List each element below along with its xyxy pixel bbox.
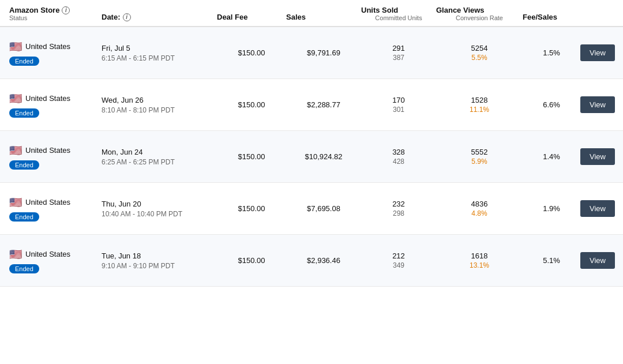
store-cell: 🇺🇸 United States Ended [9,196,102,222]
units-sold-value: 170 [361,96,436,104]
glance-views-value: 4836 [436,200,523,208]
store-info-icon[interactable]: i [62,6,70,14]
store-cell: 🇺🇸 United States Ended [9,248,102,273]
dealfee-cell: $150.00 [217,100,286,109]
table-row: 🇺🇸 United States Ended Wed, Jun 26 8:10 … [0,79,623,131]
fee-sales-value: 5.1% [523,256,580,265]
units-header-label: Units Sold [361,6,436,14]
date-sub: 6:25 AM - 6:25 PM PDT [102,158,217,166]
store-name-row: 🇺🇸 United States [9,196,102,209]
date-label: Date: [102,13,121,21]
status-badge: Ended [9,212,39,222]
country-flag: 🇺🇸 [9,196,22,209]
sales-value: $2,936.46 [286,256,361,265]
sales-value: $9,791.69 [286,48,361,57]
table-body: 🇺🇸 United States Ended Fri, Jul 5 6:15 A… [0,27,623,287]
units-sold-value: 291 [361,44,436,52]
glance-views-value: 5552 [436,148,523,156]
sales-value: $2,288.77 [286,100,361,109]
dealfee-cell: $150.00 [217,152,286,161]
conversion-rate-value: 13.1% [436,261,523,269]
date-info-icon[interactable]: i [123,13,131,21]
glance-header-sub: Conversion Rate [436,14,523,21]
sales-header-label: Sales [286,13,361,21]
glance-views-value: 5254 [436,44,523,52]
fee-sales-value: 6.6% [523,100,580,109]
units-cell: 212 349 [361,252,436,269]
date-sub: 10:40 AM - 10:40 PM PDT [102,210,217,218]
table-header: Amazon Store i Status Date: i Deal Fee S… [0,0,623,27]
date-main: Tue, Jun 18 [102,252,217,260]
table-row: 🇺🇸 United States Ended Tue, Jun 18 9:10 … [0,235,623,287]
store-name: United States [25,42,70,51]
units-sold-value: 328 [361,148,436,156]
deals-table: Amazon Store i Status Date: i Deal Fee S… [0,0,623,287]
status-badge: Ended [9,57,39,66]
dealfee-cell: $150.00 [217,204,286,213]
sales-cell: $9,791.69 [286,48,361,57]
committed-units-value: 301 [361,106,436,114]
store-name-row: 🇺🇸 United States [9,144,102,157]
col-glance-header: Glance Views Conversion Rate [436,6,523,21]
table-row: 🇺🇸 United States Ended Mon, Jun 24 6:25 … [0,131,623,183]
action-cell: View [580,44,615,61]
date-sub: 9:10 AM - 9:10 PM PDT [102,262,217,270]
col-units-header: Units Sold Committed Units [361,6,436,21]
glance-cell: 4836 4.8% [436,200,523,217]
action-cell: View [580,252,615,269]
store-header-label: Amazon Store i [9,6,102,14]
dealfee-cell: $150.00 [217,48,286,57]
feesales-cell: 1.9% [523,204,580,213]
store-name: United States [25,94,70,103]
dealfee-cell: $150.00 [217,256,286,265]
date-cell: Thu, Jun 20 10:40 AM - 10:40 PM PDT [102,200,217,218]
sales-value: $10,924.82 [286,152,361,161]
date-main: Thu, Jun 20 [102,200,217,208]
col-dealfee-header: Deal Fee [217,13,286,21]
sales-cell: $10,924.82 [286,152,361,161]
date-sub: 8:10 AM - 8:10 PM PDT [102,106,217,114]
conversion-rate-value: 4.8% [436,209,523,217]
glance-cell: 1618 13.1% [436,252,523,269]
store-name: United States [25,250,70,258]
glance-header-label: Glance Views [436,6,523,14]
committed-units-value: 349 [361,261,436,269]
sales-value: $7,695.08 [286,204,361,213]
view-button[interactable]: View [580,252,615,269]
deal-fee-value: $150.00 [217,100,286,109]
status-badge: Ended [9,108,39,118]
status-badge: Ended [9,264,39,273]
units-sold-value: 212 [361,252,436,260]
action-cell: View [580,96,615,113]
feesales-cell: 1.5% [523,48,580,57]
sales-cell: $7,695.08 [286,204,361,213]
glance-cell: 5254 5.5% [436,44,523,62]
date-cell: Tue, Jun 18 9:10 AM - 9:10 PM PDT [102,252,217,270]
view-button[interactable]: View [580,44,615,61]
units-cell: 170 301 [361,96,436,114]
units-sold-value: 232 [361,200,436,208]
store-name: United States [25,198,70,207]
table-row: 🇺🇸 United States Ended Fri, Jul 5 6:15 A… [0,27,623,79]
store-cell: 🇺🇸 United States Ended [9,92,102,118]
deal-fee-value: $150.00 [217,48,286,57]
conversion-rate-value: 5.5% [436,54,523,62]
sales-cell: $2,288.77 [286,100,361,109]
glance-cell: 1528 11.1% [436,96,523,114]
fee-sales-value: 1.4% [523,152,580,161]
units-cell: 328 428 [361,148,436,166]
col-date-header: Date: i [102,13,217,21]
committed-units-value: 428 [361,157,436,166]
view-button[interactable]: View [580,200,615,217]
view-button[interactable]: View [580,148,615,165]
status-badge: Ended [9,160,39,170]
units-cell: 291 387 [361,44,436,62]
conversion-rate-value: 11.1% [436,106,523,114]
dealfee-header-label: Deal Fee [217,13,286,21]
sales-cell: $2,936.46 [286,256,361,265]
view-button[interactable]: View [580,96,615,113]
glance-views-value: 1618 [436,252,523,260]
units-header-sub: Committed Units [361,14,436,21]
store-cell: 🇺🇸 United States Ended [9,40,102,66]
store-name: United States [25,146,70,155]
